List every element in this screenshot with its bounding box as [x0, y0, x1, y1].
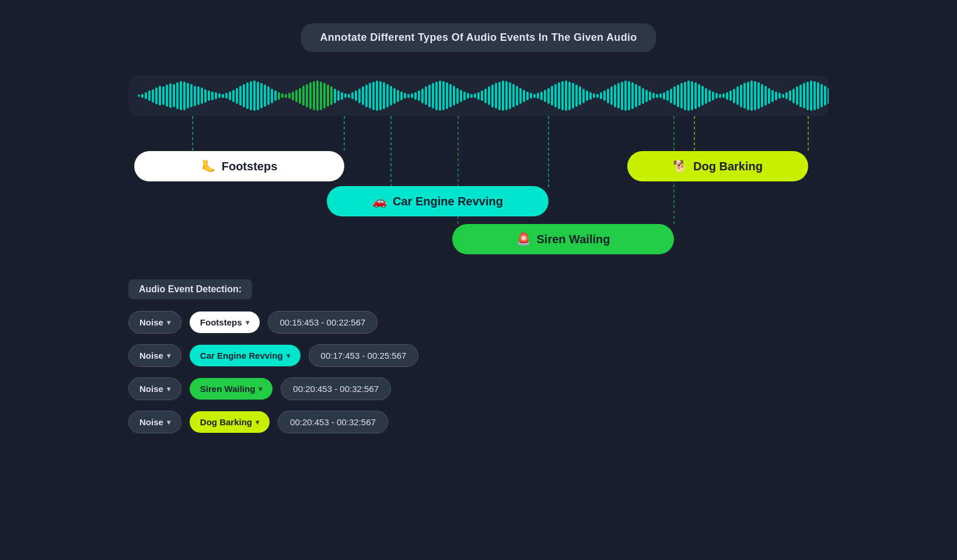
detection-title: Audio Event Detection: [128, 279, 252, 299]
footsteps-emoji: 🦶 [201, 159, 216, 173]
waveform-bar [484, 89, 487, 103]
waveform-bar [211, 92, 214, 100]
waveform-bar [540, 92, 543, 100]
waveform-bar [488, 86, 490, 105]
waveform-bar [180, 81, 182, 110]
waveform-bar [141, 94, 144, 98]
waveform-container[interactable] [128, 75, 829, 116]
detection-row-dog-barking: Noise ▾ Dog Barking ▾ 00:20:453 - 00:32:… [128, 411, 829, 433]
noise-label-4: Noise [139, 417, 163, 427]
waveform-bar [323, 83, 326, 108]
waveform-bar [439, 80, 441, 111]
waveform-bar [404, 93, 406, 99]
siren-dropdown[interactable]: Siren Wailing ▾ [190, 378, 273, 400]
waveform-bar [253, 80, 256, 111]
noise-dropdown-4[interactable]: Noise ▾ [128, 411, 181, 433]
waveform-bar [197, 86, 200, 105]
waveform-bar [246, 82, 249, 109]
waveform-bar [309, 82, 312, 109]
car-engine-dropdown[interactable]: Car Engine Revving ▾ [190, 345, 301, 366]
waveform-bar [684, 82, 686, 110]
siren-bubble: 🚨 Siren Wailing [452, 224, 674, 254]
waveform-bar [463, 92, 466, 100]
noise-dropdown-3[interactable]: Noise ▾ [128, 377, 181, 400]
waveform-bar [687, 80, 690, 111]
waveform-bar [407, 94, 410, 98]
waveform-bar [750, 80, 753, 111]
waveform-bar [379, 81, 382, 110]
detection-row-siren: Noise ▾ Siren Wailing ▾ 00:20:453 - 00:3… [128, 377, 829, 400]
waveform-bar [782, 94, 784, 98]
noise-label-1: Noise [139, 317, 163, 327]
waveform-bar [509, 82, 511, 109]
noise-dropdown-2[interactable]: Noise ▾ [128, 344, 181, 367]
waveform-bar [145, 92, 147, 99]
dog-barking-event-label: Dog Barking [200, 417, 252, 427]
waveform-bar [708, 90, 711, 102]
waveform-bar [400, 92, 403, 100]
waveform-bar [456, 88, 459, 104]
footsteps-chevron: ▾ [246, 318, 249, 327]
waveform-bar [358, 89, 361, 103]
waveform-bar [652, 93, 655, 99]
waveform-bar [330, 86, 333, 105]
waveform-bar [425, 86, 427, 105]
waveform-bar [257, 82, 259, 110]
waveform-bar [827, 88, 829, 104]
waveform-bar [775, 92, 777, 100]
waveform-bar [190, 84, 193, 107]
waveform-bar [621, 82, 623, 110]
waveform-bar [586, 90, 588, 101]
waveform-bar [372, 82, 375, 110]
car-engine-time-range: 00:17:453 - 00:25:567 [309, 344, 419, 367]
waveform-bar [236, 88, 238, 104]
waveform-bar [694, 82, 697, 109]
dog-barking-label: Dog Barking [693, 160, 763, 173]
waveform-bar [155, 88, 158, 104]
waveform-bar [449, 84, 452, 107]
waveform-bar [299, 88, 301, 104]
waveform-bar [715, 93, 718, 99]
waveform-bar [460, 90, 462, 102]
waveform-bar [778, 93, 781, 99]
waveform-bar [649, 92, 651, 100]
footsteps-dropdown[interactable]: Footsteps ▾ [190, 312, 260, 333]
waveform-bar [747, 82, 749, 110]
waveform-bar [589, 92, 592, 100]
waveform-bar [295, 90, 298, 102]
waveform-bar [505, 81, 508, 110]
car-engine-emoji: 🚗 [372, 194, 387, 208]
footsteps-event-label: Footsteps [200, 317, 242, 327]
waveform-bar [162, 86, 165, 105]
waveform-bar [376, 80, 378, 111]
siren-time-range: 00:20:453 - 00:32:567 [281, 377, 391, 400]
waveform-bar [526, 92, 529, 100]
waveform-bar [159, 86, 161, 106]
waveform-bar [187, 83, 189, 108]
waveform-bar [274, 90, 277, 101]
waveform-bar [663, 92, 665, 100]
waveform-bar [610, 86, 613, 105]
waveform-bar [173, 84, 175, 107]
waveform-bar [502, 80, 504, 111]
waveform-bar [771, 90, 774, 102]
dog-barking-dropdown[interactable]: Dog Barking ▾ [190, 411, 270, 433]
waveform-bar [768, 88, 770, 104]
waveform-bar [148, 90, 151, 101]
waveform-bar [757, 82, 760, 109]
waveform-bar [306, 84, 308, 107]
waveform-bar [351, 92, 354, 99]
waveform-bar [481, 90, 483, 101]
waveform-bar [691, 81, 693, 110]
waveform-bar [638, 86, 641, 106]
waveform-bar [614, 85, 616, 107]
waveform-bar [183, 82, 186, 110]
waveform-bar [243, 84, 245, 107]
waveform-bar [764, 86, 767, 106]
waveform-bar [225, 93, 228, 99]
waveform-bar [229, 92, 231, 100]
waveform-bar [474, 93, 476, 98]
noise-dropdown-1[interactable]: Noise ▾ [128, 311, 181, 334]
waveform-bar [582, 89, 585, 103]
noise-chevron-3: ▾ [167, 385, 170, 393]
